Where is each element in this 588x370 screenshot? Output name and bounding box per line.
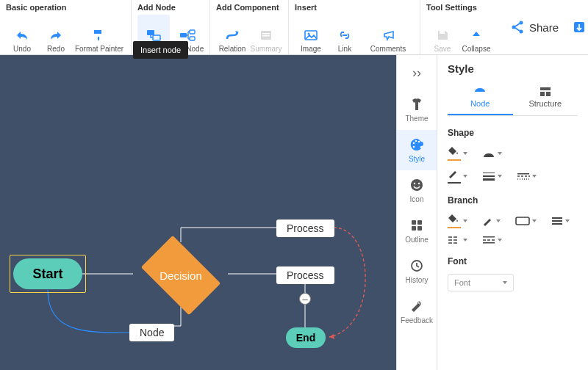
main-area: Start Decision Process Process Node – En…	[0, 55, 588, 370]
insert-comments-button[interactable]: Comments	[362, 15, 414, 53]
svg-point-18	[411, 179, 423, 191]
font-family-select[interactable]: Font	[448, 274, 514, 291]
svg-rect-26	[540, 87, 551, 90]
toolbar-right-actions: Share Export	[498, 0, 588, 54]
branch-style-a-dropdown[interactable]	[448, 236, 467, 244]
lines-icon	[551, 217, 563, 225]
panel-tab-node[interactable]: Node	[448, 82, 513, 115]
node-icon	[473, 87, 487, 97]
side-tab-rail: ›› Theme Style Icon Outline History Feed…	[396, 55, 437, 370]
node-decision[interactable]: Decision	[133, 244, 229, 307]
shirt-icon	[409, 97, 424, 112]
tab-style[interactable]: Style	[397, 130, 437, 170]
summary-button[interactable]: Summary	[250, 15, 282, 53]
branch-fill-dropdown[interactable]	[448, 213, 467, 228]
tab-theme[interactable]: Theme	[397, 90, 437, 130]
node-generic[interactable]: Node	[129, 324, 174, 341]
svg-rect-28	[546, 92, 551, 96]
svg-rect-6	[262, 33, 270, 35]
svg-rect-22	[417, 220, 422, 225]
svg-rect-23	[412, 226, 416, 231]
export-button[interactable]: Export	[572, 20, 588, 35]
rect-icon	[515, 217, 530, 225]
dash-group-icon	[448, 236, 461, 244]
svg-rect-4	[190, 37, 195, 40]
svg-point-17	[413, 146, 415, 148]
svg-rect-32	[517, 173, 529, 175]
tab-outline[interactable]: Outline	[397, 211, 437, 251]
insert-image-button[interactable]: Image	[295, 15, 327, 53]
canvas[interactable]: Start Decision Process Process Node – En…	[0, 55, 396, 370]
svg-rect-33	[516, 217, 529, 225]
line-style-icon	[517, 172, 530, 181]
node-start[interactable]: Start	[13, 258, 82, 289]
pen-icon	[448, 168, 459, 178]
node-process-2[interactable]: Process	[276, 266, 334, 284]
palette-icon	[409, 137, 424, 152]
group-title: Add Node	[137, 3, 204, 12]
svg-rect-35	[552, 220, 562, 222]
pen-icon	[482, 216, 494, 226]
redo-button[interactable]: Redo	[40, 15, 72, 53]
bucket-icon	[448, 145, 461, 156]
svg-rect-31	[483, 178, 495, 181]
shape-type-dropdown[interactable]	[482, 145, 502, 161]
svg-rect-36	[552, 223, 562, 225]
svg-rect-34	[552, 217, 562, 219]
svg-rect-21	[412, 220, 416, 225]
tab-icon[interactable]: Icon	[397, 170, 437, 211]
canvas-connectors	[0, 55, 396, 370]
panel-tab-structure[interactable]: Structure	[513, 82, 578, 115]
svg-rect-1	[153, 35, 160, 40]
branch-pen-dropdown[interactable]	[482, 213, 501, 228]
panel-collapse-toggle[interactable]: ››	[412, 61, 421, 90]
group-title: Add Component	[216, 3, 282, 12]
node-process-1[interactable]: Process	[276, 220, 334, 237]
structure-icon	[539, 87, 551, 97]
bucket-icon	[448, 213, 461, 223]
svg-rect-2	[180, 33, 187, 37]
svg-rect-3	[190, 30, 195, 34]
smile-icon	[409, 178, 424, 192]
group-add-node: Add Node Node Sub Node Insert node	[132, 0, 210, 54]
svg-point-16	[418, 141, 420, 143]
branch-style-b-dropdown[interactable]	[482, 236, 502, 244]
panel-title: Style	[448, 62, 578, 75]
tab-feedback[interactable]: Feedback	[397, 291, 437, 332]
share-button[interactable]: Share	[510, 20, 559, 35]
shape-fill-dropdown[interactable]	[448, 145, 467, 161]
mixed-lines-icon	[482, 236, 495, 244]
relation-button[interactable]: Relation	[216, 15, 248, 53]
clock-icon	[409, 258, 424, 273]
section-font: Font	[448, 256, 578, 266]
section-branch: Branch	[448, 195, 578, 206]
group-basic-operation: Basic operation Undo Redo Format Painter	[0, 0, 132, 54]
svg-point-20	[418, 183, 420, 184]
svg-rect-29	[483, 173, 495, 173]
shape-border-width-dropdown[interactable]	[482, 168, 502, 184]
undo-button[interactable]: Undo	[6, 15, 38, 53]
grid-icon	[409, 218, 424, 233]
shape-border-style-dropdown[interactable]	[517, 168, 537, 184]
collapse-button[interactable]: Collapse	[460, 15, 492, 53]
shape-border-color-dropdown[interactable]	[448, 168, 467, 184]
shape-icon	[482, 148, 495, 159]
insert-link-button[interactable]: Link	[329, 15, 361, 53]
line-width-icon	[482, 172, 495, 181]
node-end[interactable]: End	[286, 327, 326, 348]
style-panel: Style Node Structure Shape Branch Font F…	[437, 55, 588, 370]
save-button[interactable]: Save	[426, 15, 459, 53]
svg-rect-27	[540, 92, 545, 96]
share-icon	[510, 20, 525, 35]
branch-lines-dropdown[interactable]	[551, 213, 570, 228]
group-title: Tool Settings	[426, 3, 492, 12]
node-collapse-toggle[interactable]: –	[299, 293, 311, 305]
group-tool-settings: Tool Settings Save Collapse	[420, 0, 498, 54]
top-toolbar: Basic operation Undo Redo Format Painter…	[0, 0, 588, 55]
wrench-icon	[409, 299, 424, 313]
format-painter-button[interactable]: Format Painter	[74, 15, 125, 53]
svg-rect-37	[483, 236, 495, 238]
branch-rect-dropdown[interactable]	[515, 213, 537, 228]
tab-history[interactable]: History	[397, 251, 437, 291]
group-add-component: Add Component Relation Summary	[210, 0, 289, 54]
